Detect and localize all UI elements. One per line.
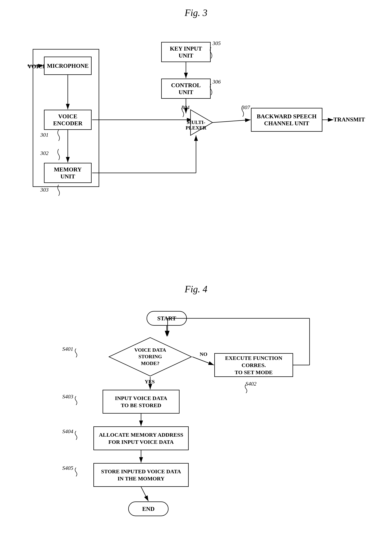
svg-text:PLEXER: PLEXER	[186, 125, 206, 130]
decision-diamond: VOICE DATA STORINGMODE?	[108, 337, 192, 377]
svg-line-24	[192, 357, 214, 365]
s403-label: S403	[62, 393, 73, 400]
allocate-memory-box: ALLOCATE MEMORY ADDRESSFOR INPUT VOICE D…	[93, 426, 189, 450]
fig3-arrows: MULTI- PLEXER	[22, 24, 370, 276]
svg-line-27	[141, 487, 148, 501]
fig4-section: Fig. 4 START S401 VOICE DATA STORINGMODE…	[7, 284, 385, 559]
fig4-title: Fig. 4	[7, 284, 385, 295]
decision-text: VOICE DATA STORINGMODE?	[123, 347, 178, 367]
execute-function-label: EXECUTE FUNCTION CORRES.TO SET MODE	[216, 354, 291, 376]
svg-rect-15	[33, 49, 99, 187]
s402-label: S402	[245, 381, 256, 387]
svg-line-13	[213, 120, 251, 122]
end-label: END	[142, 505, 155, 512]
s404-label: S404	[62, 428, 73, 434]
svg-text:MULTI-: MULTI-	[187, 119, 205, 125]
fig3-diagram: VOICE TRANSMIT MICROPHONE VOICEENCODER M…	[22, 24, 370, 276]
store-voice-label: STORE INPUTED VOICE DATAIN THE MOMORY	[101, 468, 181, 482]
fig3-title: Fig. 3	[7, 7, 385, 18]
input-voice-box: INPUT VOICE DATATO BE STORED	[103, 390, 179, 414]
s405-label: S405	[62, 465, 73, 471]
fig4-arrows	[22, 300, 370, 559]
page: Fig. 3 VOICE TRANSMIT MICROPHONE VOICEEN…	[0, 0, 392, 559]
execute-function-box: EXECUTE FUNCTION CORRES.TO SET MODE	[214, 353, 293, 377]
store-voice-box: STORE INPUTED VOICE DATAIN THE MOMORY	[93, 463, 189, 487]
start-label: START	[157, 315, 176, 322]
end-terminal: END	[128, 502, 168, 516]
allocate-memory-label: ALLOCATE MEMORY ADDRESSFOR INPUT VOICE D…	[99, 431, 183, 446]
fig4-diagram: START S401 VOICE DATA STORINGMODE? YES N…	[22, 300, 370, 559]
decision-text-span: VOICE DATA STORINGMODE?	[134, 347, 166, 366]
start-terminal: START	[147, 311, 187, 326]
no-label: NO	[200, 351, 207, 357]
s401-label: S401	[62, 346, 73, 352]
input-voice-label: INPUT VOICE DATATO BE STORED	[115, 394, 167, 409]
yes-label: YES	[145, 379, 155, 385]
